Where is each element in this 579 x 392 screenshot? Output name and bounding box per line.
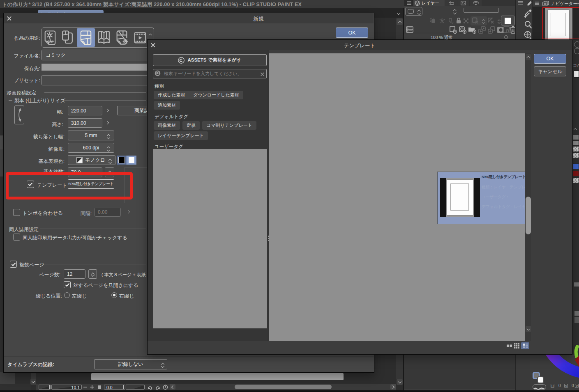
layer-tab-history[interactable] — [445, 0, 457, 6]
canvas-scroll-down-button[interactable] — [397, 379, 403, 385]
bleed-input[interactable]: 5 mm — [68, 131, 114, 140]
rotation-value-box[interactable]: 0.0 — [104, 385, 125, 390]
reset-rotation-icon[interactable] — [163, 384, 168, 390]
rotate-cw-icon[interactable] — [155, 385, 160, 390]
command-bar-collapse-button[interactable] — [30, 379, 36, 385]
tag-created-materials[interactable]: 作成した素材 — [154, 91, 189, 99]
ruler-group[interactable] — [486, 16, 501, 25]
resolution-stepper[interactable] — [106, 144, 111, 152]
layer-tab[interactable]: レイヤー — [413, 0, 445, 6]
doujin-checkbox[interactable] — [13, 234, 20, 241]
usage-comic-button[interactable] — [77, 28, 95, 47]
zoom-slider[interactable]: 10.1 — [51, 385, 82, 390]
color-mode-select[interactable]: モノクロ — [68, 155, 115, 165]
tag-additional-materials[interactable]: 追加素材 — [154, 101, 180, 110]
scroll-right-button[interactable] — [390, 384, 396, 390]
tombo-checkbox[interactable] — [13, 209, 20, 216]
template-scroll-thumb[interactable] — [526, 197, 531, 234]
facing-checkbox[interactable] — [64, 281, 71, 288]
bind-right-radio[interactable] — [111, 292, 117, 298]
thumb-size-stepper[interactable] — [417, 8, 421, 15]
tab-overflow-button[interactable] — [395, 10, 402, 16]
lock-transparent-icon[interactable] — [463, 18, 470, 24]
transfer-down-icon[interactable] — [478, 26, 486, 34]
template-scroll-down[interactable] — [526, 326, 531, 332]
transparent-color-button[interactable] — [533, 384, 546, 390]
view-grid-icon[interactable] — [514, 343, 519, 348]
palette-dock-icon[interactable] — [406, 26, 413, 33]
zoom-slider-handle-box[interactable] — [39, 385, 51, 390]
layer-visibility-dot[interactable] — [504, 35, 508, 39]
pen-tool-icon[interactable] — [525, 0, 532, 7]
view-list-button-selected[interactable] — [521, 342, 529, 349]
new-dialog-ok-button[interactable]: OK — [336, 28, 368, 38]
navigator-content[interactable] — [533, 7, 579, 40]
height-preset-chevron[interactable] — [106, 121, 109, 124]
blend-mode-combo[interactable] — [423, 7, 459, 16]
resolution-input[interactable]: 600 dpi — [68, 143, 114, 153]
layer-menu-button[interactable] — [404, 0, 413, 6]
new-layer-icon[interactable] — [449, 26, 457, 34]
assets-search-button[interactable]: ASSETS で素材をさがす — [153, 54, 267, 66]
tool-menu-icon[interactable] — [518, 1, 523, 5]
new-dialog-title-bar[interactable]: 新規 — [4, 13, 374, 23]
usage-illustration-button[interactable] — [41, 28, 59, 47]
clip-to-layer-icon[interactable] — [430, 18, 436, 24]
draft-layer-icon[interactable] — [448, 18, 454, 24]
layer-opacity-slider[interactable] — [464, 8, 499, 13]
actual-size-button[interactable] — [98, 385, 101, 389]
zoom-in-button[interactable] — [90, 385, 94, 389]
white-color-swatch[interactable] — [126, 156, 136, 165]
new-folder-icon[interactable] — [468, 26, 477, 34]
layer-color-well[interactable] — [501, 16, 514, 25]
zoom-tool-icon[interactable] — [524, 21, 532, 30]
bind-left-radio[interactable] — [64, 292, 70, 298]
tag-image-material[interactable]: 画像素材 — [154, 121, 180, 130]
template-item-selected[interactable]: 50%隠し付きテンプレート 種類：レイヤーテンプレート ユーザータグ： デフォル… — [437, 172, 525, 224]
layer-thumb-size-group[interactable] — [405, 7, 422, 16]
tag-ruler[interactable]: 定規 — [182, 121, 200, 130]
eyedropper-tool-icon[interactable] — [524, 9, 532, 19]
tag-panel-template[interactable]: コマ割りテンプレート — [202, 121, 256, 130]
spacing-input[interactable]: 0.00 — [95, 208, 121, 217]
canvas-h-scrollbar-thumb[interactable] — [91, 373, 344, 380]
view-large-thumbs-icon[interactable] — [507, 344, 512, 348]
template-list-area[interactable]: 50%隠し付きテンプレート 種類：レイヤーテンプレート ユーザータグ： デフォル… — [269, 53, 525, 341]
navigator-menu-icon[interactable] — [535, 2, 539, 5]
lock-layer-icon[interactable] — [455, 17, 462, 24]
height-input[interactable]: 310.00 — [68, 118, 102, 128]
template-dialog-close-icon[interactable] — [151, 43, 155, 47]
layer-list-row[interactable]: 100 % 通常 — [404, 34, 515, 39]
timelapse-select[interactable]: 記録しない — [94, 359, 167, 369]
tag-downloaded-materials[interactable]: ダウンロードした素材 — [189, 91, 243, 99]
rotation-slider[interactable] — [126, 385, 145, 390]
template-scroll-up[interactable] — [526, 54, 531, 60]
new-dialog-close-icon[interactable] — [7, 16, 12, 21]
width-preset-chevron[interactable] — [106, 109, 109, 112]
control-bar-scroll-thumb[interactable] — [235, 385, 332, 389]
layer-tab-comment[interactable] — [457, 0, 469, 6]
multi-page-checkbox[interactable] — [10, 261, 17, 268]
tag-layer-template[interactable]: レイヤーテンプレート — [154, 131, 208, 140]
template-search-box[interactable]: 検索キーワードを入力してください。 — [153, 69, 267, 78]
usage-book-button[interactable] — [95, 28, 113, 47]
width-input[interactable]: 220.00 — [68, 106, 102, 115]
layer-tab-flip[interactable] — [470, 0, 482, 6]
merge-down-icon[interactable] — [487, 26, 496, 34]
zoom-out-button[interactable] — [83, 387, 87, 387]
navigator-view-rect[interactable] — [542, 7, 579, 39]
page-count-input[interactable]: 12 — [64, 269, 85, 279]
template-dialog-title-bar[interactable]: テンプレート — [148, 40, 572, 50]
swap-wh-button[interactable] — [14, 105, 24, 124]
new-layer-settings-icon[interactable] — [459, 26, 467, 34]
template-cancel-button[interactable]: キャンセル — [534, 66, 566, 76]
usage-animation-button[interactable] — [131, 28, 149, 47]
binding-collapse-dash[interactable] — [9, 100, 12, 101]
search-clear-icon[interactable] — [261, 72, 264, 76]
usage-all-comic-button[interactable] — [113, 28, 131, 47]
bleed-stepper[interactable] — [106, 132, 111, 140]
scroll-left-button[interactable] — [170, 384, 175, 390]
selection-source-group[interactable] — [471, 16, 487, 25]
background-color-swatch[interactable] — [537, 376, 544, 383]
black-color-swatch[interactable] — [117, 156, 126, 165]
